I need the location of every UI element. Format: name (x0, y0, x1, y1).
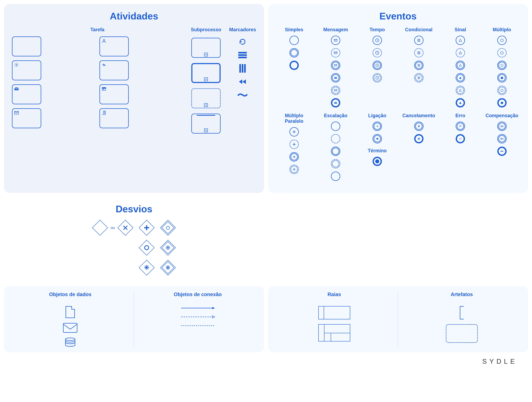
escalation-start-ni-icon (331, 134, 340, 143)
association-icon (180, 324, 215, 328)
pool-lanes-icon (318, 324, 350, 341)
signal-boundary-ni-icon (456, 86, 465, 95)
svg-marker-61 (500, 150, 501, 152)
cancel-intermediate-icon (414, 121, 424, 131)
svg-marker-48 (459, 89, 461, 91)
svg-rect-12 (238, 57, 247, 58)
parallel-multiple-header: Múltiplo Paralelo (276, 113, 312, 124)
events-panel: Eventos Simples Mensagem Tempo Condicion… (268, 4, 528, 193)
parallel-multiple-intermediate-icon (290, 152, 299, 161)
parallel-multiple-start-icon (290, 127, 299, 136)
task-script-icon (100, 108, 129, 128)
connections-title: Objetos de conexão (174, 292, 222, 297)
conditional-header: Condicional (405, 27, 432, 32)
sequential-mi-marker-icon (237, 51, 248, 59)
svg-rect-10 (238, 52, 247, 53)
gateway-exclusive-icon (92, 220, 108, 236)
compensation-marker-icon (237, 78, 248, 86)
timer-start-icon (373, 36, 382, 45)
pool-icon (318, 306, 350, 319)
data-object-icon (66, 306, 75, 318)
svg-marker-58 (502, 138, 503, 140)
multiple-end-icon (497, 98, 507, 108)
gateways-title: Desvios (12, 204, 256, 214)
message-end-icon (331, 98, 340, 108)
task-manual-icon (100, 60, 129, 80)
subprocess-transaction-icon: + (191, 63, 221, 83)
escalation-end-icon (331, 172, 340, 181)
lanes-artifacts-panel: Raias Artefatos (268, 286, 528, 352)
timer-header: Tempo (369, 27, 385, 32)
dataobjects-title: Objetos de dados (49, 292, 91, 297)
subprocess-header: Subprocesso (191, 27, 221, 32)
escalation-start-icon (331, 121, 340, 131)
message-object-icon (63, 323, 77, 333)
task-header: Tarefa (12, 27, 183, 32)
svg-marker-66 (167, 267, 169, 268)
svg-rect-4 (102, 88, 106, 89)
error-intermediate-icon (456, 121, 465, 131)
message-header: Mensagem (323, 27, 348, 32)
task-business-rule-icon (100, 84, 129, 104)
task-plain-icon (12, 37, 41, 56)
events-title: Eventos (276, 11, 520, 22)
link-catch-icon (373, 121, 382, 131)
svg-rect-67 (63, 323, 77, 332)
conditional-boundary-ni-icon (414, 73, 424, 83)
compensation-end-icon (497, 147, 507, 156)
svg-marker-56 (502, 125, 503, 127)
svg-marker-55 (501, 102, 503, 104)
svg-marker-44 (459, 39, 462, 42)
simple-header: Simples (285, 27, 303, 32)
gateway-event-based-icon (160, 220, 176, 236)
conditional-start-icon (414, 36, 424, 45)
link-throw-icon (373, 134, 382, 143)
subprocess-collapsed-icon: + (191, 38, 221, 58)
timer-boundary-ni-icon (373, 73, 382, 83)
loop-marker-icon (237, 38, 248, 46)
svg-marker-47 (459, 77, 461, 79)
svg-marker-45 (459, 51, 462, 54)
multiple-boundary-ni-icon (497, 86, 507, 95)
escalation-header: Escalação (324, 113, 347, 118)
signal-intermediate-throw-icon (456, 73, 465, 83)
gateway-exclusive-event-based-icon (160, 260, 176, 276)
svg-marker-60 (502, 150, 503, 152)
compensation-intermediate-catch-icon (497, 121, 507, 131)
end-none-icon (290, 61, 299, 70)
conditional-start-ni-icon (414, 48, 424, 57)
svg-point-1 (16, 64, 17, 66)
error-header: Erro (456, 113, 465, 118)
compensation-intermediate-throw-icon (497, 134, 507, 143)
task-send-icon (12, 84, 41, 104)
svg-point-68 (65, 338, 75, 341)
parallel-multiple-boundary-ni-icon (290, 165, 299, 174)
message-boundary-ni-icon (331, 86, 340, 95)
parallel-mi-marker-icon (237, 64, 248, 72)
timer-intermediate-icon (373, 61, 382, 70)
link-header: Ligação (368, 113, 386, 118)
escalation-boundary-ni-icon (331, 159, 340, 168)
start-none-icon (290, 36, 299, 45)
signal-end-icon (456, 98, 465, 108)
intermediate-none-icon (290, 48, 299, 57)
group-icon (446, 324, 478, 343)
cancel-header: Cancelamento (403, 113, 435, 118)
svg-rect-13 (239, 64, 241, 73)
conditional-intermediate-icon (414, 61, 424, 70)
message-start-icon (331, 36, 340, 45)
svg-marker-54 (501, 89, 503, 91)
markers-header: Marcadores (229, 27, 256, 32)
signal-intermediate-catch-icon (456, 61, 465, 70)
svg-marker-50 (500, 39, 503, 42)
message-intermediate-throw-icon (331, 73, 340, 83)
brand-logo: SYDLE (4, 352, 528, 371)
adhoc-marker-icon (237, 91, 248, 99)
multiple-intermediate-throw-icon (497, 73, 507, 83)
parallel-multiple-start-ni-icon (290, 140, 299, 149)
gateway-parallel-event-based-icon (160, 240, 176, 256)
svg-marker-70 (212, 307, 215, 309)
cancel-end-icon (414, 134, 424, 143)
timer-start-ni-icon (373, 48, 382, 57)
message-intermediate-catch-icon (331, 61, 340, 70)
